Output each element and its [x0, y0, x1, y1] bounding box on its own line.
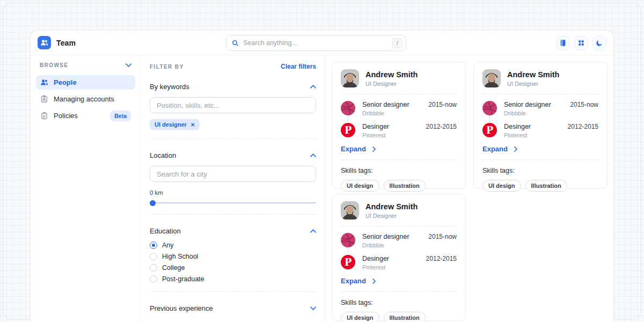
sidebar-item-policies[interactable]: Policies Beta — [36, 108, 135, 123]
radio-button[interactable] — [150, 241, 157, 249]
pinterest-icon — [341, 255, 355, 269]
search-icon — [232, 40, 239, 47]
global-search[interactable]: / — [226, 35, 406, 51]
position-company: Dribbble — [362, 242, 421, 248]
chevron-up-icon[interactable] — [310, 153, 316, 157]
library-button[interactable] — [556, 36, 570, 50]
radio-high-school[interactable]: High School — [150, 253, 316, 260]
beta-badge: Beta — [110, 111, 131, 121]
app-logo — [38, 36, 51, 49]
position-title: Desinger — [504, 123, 561, 130]
sidebar-item-managing-accounts[interactable]: Managing accounts — [36, 92, 135, 106]
team-icon — [40, 39, 48, 47]
chevron-up-icon[interactable] — [310, 85, 316, 89]
search-shortcut-key: / — [392, 38, 402, 48]
radio-label: Post-graduate — [162, 275, 204, 283]
position-row: Senior designer Dribbble 2015-now — [341, 233, 457, 248]
clear-filters-link[interactable]: Clear filters — [281, 63, 316, 70]
people-icon — [40, 78, 48, 86]
skill-tag[interactable]: UI design — [341, 180, 379, 192]
skills-label: Skills tags: — [341, 167, 457, 174]
position-title: Desinger — [362, 123, 419, 130]
radio-button[interactable] — [150, 275, 157, 283]
education-section-header[interactable]: Education — [150, 227, 316, 235]
clipboard-icon — [40, 112, 48, 120]
skill-tag[interactable]: Illustration — [525, 180, 567, 192]
expand-label: Expand — [341, 277, 366, 285]
search-input[interactable] — [243, 39, 388, 47]
radio-button[interactable] — [150, 264, 157, 272]
results-area: Andrew Smith UI Designer Senior designer… — [325, 55, 614, 322]
radio-college[interactable]: College — [150, 264, 316, 272]
app-header: Team / — [31, 31, 613, 55]
book-icon — [559, 39, 567, 47]
id-badge-icon — [40, 95, 48, 103]
position-company: Dribbble — [504, 110, 563, 116]
app-window: Team / — [30, 30, 614, 322]
expand-link[interactable]: Expand — [341, 277, 457, 285]
radio-post-graduate[interactable]: Post-graduate — [150, 275, 316, 283]
divider — [341, 291, 457, 292]
location-label: Location — [150, 151, 176, 159]
chevron-down-icon[interactable] — [126, 63, 131, 67]
education-options: Any High School College Post-graduate — [150, 241, 316, 283]
chevron-right-icon — [372, 147, 376, 152]
dark-mode-button[interactable] — [592, 36, 606, 50]
expand-link[interactable]: Expand — [482, 145, 598, 153]
person-role: UI Designer — [365, 80, 418, 87]
radio-button[interactable] — [150, 253, 157, 260]
skill-tag[interactable]: UI design — [341, 312, 379, 322]
divider — [150, 138, 316, 139]
sidebar-nav: People Managing accounts — [36, 75, 135, 123]
divider — [341, 94, 457, 94]
header-actions — [556, 36, 606, 50]
grid-icon — [577, 39, 585, 47]
remove-tag-icon[interactable]: ✕ — [191, 122, 195, 128]
app-title: Team — [56, 39, 76, 47]
radio-any[interactable]: Any — [150, 241, 316, 249]
location-section-header[interactable]: Location — [150, 151, 316, 159]
person-role: UI Designer — [365, 213, 418, 219]
pinterest-icon — [341, 123, 355, 137]
position-row: Senior designer Dribbble 2015-now — [482, 101, 598, 116]
divider — [341, 226, 457, 226]
keywords-section-header[interactable]: By keywords — [150, 83, 316, 91]
person-card: Andrew Smith UI Designer Senior designer… — [332, 62, 466, 189]
distance-slider[interactable] — [150, 200, 316, 206]
apps-button[interactable] — [574, 36, 588, 50]
divider — [150, 291, 316, 292]
slider-track[interactable] — [150, 202, 316, 203]
skill-tag[interactable]: Illustration — [384, 180, 426, 192]
sidebar-item-label: Policies — [54, 112, 78, 120]
sidebar-item-people[interactable]: People — [36, 75, 135, 90]
city-search-input[interactable] — [150, 166, 316, 182]
chevron-right-icon — [514, 147, 517, 152]
experience-timeline: Senior designer Dribbble 2015-now Desing… — [482, 101, 598, 138]
skill-tag[interactable]: UI design — [482, 180, 521, 192]
person-name: Andrew Smith — [365, 202, 418, 211]
avatar — [482, 69, 501, 87]
avatar — [341, 69, 359, 87]
timeline-connector — [348, 115, 348, 122]
divider — [150, 214, 316, 215]
skill-tag[interactable]: Illustration — [384, 312, 426, 322]
experience-section-header[interactable]: Previous experience — [150, 304, 316, 312]
skills-label: Skills tags: — [341, 299, 457, 306]
chevron-up-icon[interactable] — [310, 229, 316, 233]
position-period: 2012-2015 — [568, 123, 598, 130]
chevron-down-icon[interactable] — [310, 306, 316, 310]
expand-label: Expand — [341, 145, 366, 153]
moon-icon — [596, 39, 603, 47]
experience-timeline: Senior designer Dribbble 2015-now Desing… — [341, 101, 457, 138]
person-card: Andrew Smith UI Designer Senior designer… — [473, 62, 608, 189]
person-name: Andrew Smith — [507, 70, 559, 79]
radio-label: College — [162, 264, 185, 272]
slider-thumb[interactable] — [150, 200, 156, 206]
position-title: Desinger — [362, 255, 419, 262]
keywords-input[interactable] — [150, 97, 316, 113]
keyword-tag-ui-designer[interactable]: UI designer ✕ — [150, 119, 200, 130]
position-row: Desinger Pinterest 2012-2015 — [341, 255, 457, 270]
expand-link[interactable]: Expand — [341, 145, 457, 153]
browse-section-header[interactable]: BROWSE — [36, 62, 135, 68]
position-company: Pinterest — [362, 264, 419, 270]
